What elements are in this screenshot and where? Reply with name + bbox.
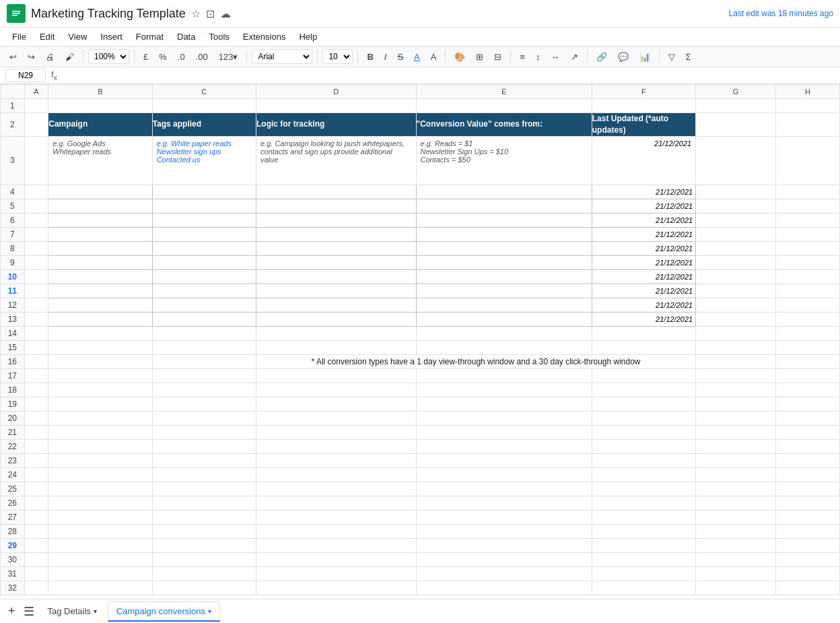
cell-g11[interactable] bbox=[696, 284, 776, 298]
paint-format-button[interactable]: 🖌 bbox=[61, 50, 78, 64]
cell-a2[interactable] bbox=[24, 113, 48, 137]
cell-e15[interactable] bbox=[416, 340, 592, 354]
redo-button[interactable]: ↪ bbox=[24, 50, 39, 64]
valign-button[interactable]: ↕ bbox=[532, 50, 545, 64]
col-a-header[interactable]: A bbox=[24, 85, 48, 99]
cell-h7[interactable] bbox=[775, 227, 839, 241]
cell-e8[interactable] bbox=[416, 241, 592, 255]
sheet-area[interactable]: A B C D E F G H 1 bbox=[0, 84, 840, 599]
cell-h3[interactable] bbox=[775, 136, 839, 185]
cell-h5[interactable] bbox=[775, 199, 839, 213]
cell-b13[interactable] bbox=[48, 312, 152, 326]
cell-d5[interactable] bbox=[256, 199, 417, 213]
cell-b11[interactable] bbox=[48, 284, 152, 298]
format-number-button[interactable]: 123▾ bbox=[215, 50, 242, 64]
cell-d9[interactable] bbox=[256, 255, 417, 269]
text-color-button[interactable]: A bbox=[427, 50, 441, 64]
cell-c9[interactable] bbox=[152, 255, 256, 269]
cell-c13[interactable] bbox=[152, 312, 256, 326]
cell-h14[interactable] bbox=[775, 326, 839, 340]
cell-f14[interactable] bbox=[592, 326, 695, 340]
cell-b7[interactable] bbox=[48, 227, 152, 241]
strikethrough-button[interactable]: S bbox=[393, 50, 407, 64]
cell-a12[interactable] bbox=[24, 298, 48, 312]
cell-g4[interactable] bbox=[696, 185, 776, 199]
cell-c8[interactable] bbox=[152, 241, 256, 255]
cell-b3-example[interactable]: e.g. Google AdsWhitepaper reads bbox=[48, 136, 152, 185]
cell-e12[interactable] bbox=[416, 298, 592, 312]
cell-c2-header[interactable]: Tags applied bbox=[152, 113, 256, 137]
col-c-header[interactable]: C bbox=[152, 85, 256, 99]
decimal-increase-button[interactable]: .00 bbox=[192, 50, 212, 64]
function-button[interactable]: Σ bbox=[682, 50, 695, 64]
cell-g8[interactable] bbox=[696, 241, 776, 255]
cell-g13[interactable] bbox=[696, 312, 776, 326]
cell-d7[interactable] bbox=[256, 227, 417, 241]
cell-d11[interactable] bbox=[256, 284, 417, 298]
cell-c15[interactable] bbox=[152, 340, 256, 354]
menu-format[interactable]: Format bbox=[131, 29, 169, 44]
cell-d3-example[interactable]: e.g. Campaign looking to push whitepaper… bbox=[256, 136, 417, 185]
undo-button[interactable]: ↩ bbox=[5, 50, 21, 64]
menu-file[interactable]: File bbox=[7, 29, 32, 44]
cloud-icon[interactable]: ☁ bbox=[220, 7, 231, 20]
cell-h4[interactable] bbox=[775, 185, 839, 199]
merge-button[interactable]: ⊟ bbox=[490, 50, 505, 64]
cell-b2-header[interactable]: Campaign bbox=[48, 113, 152, 137]
borders-button[interactable]: ⊞ bbox=[472, 50, 487, 64]
cell-c16[interactable] bbox=[152, 354, 256, 368]
cell-h9[interactable] bbox=[775, 255, 839, 269]
filter-button[interactable]: ▽ bbox=[664, 50, 679, 64]
cell-b14[interactable] bbox=[48, 326, 152, 340]
cell-a13[interactable] bbox=[24, 312, 48, 326]
cell-e5[interactable] bbox=[416, 199, 592, 213]
cell-f6-date[interactable]: 21/12/2021 bbox=[592, 213, 695, 227]
cell-f11-date[interactable]: 21/12/2021 bbox=[592, 284, 695, 298]
cell-e9[interactable] bbox=[416, 255, 592, 269]
tab-tag-details[interactable]: Tag Details ▾ bbox=[40, 602, 105, 620]
cell-b8[interactable] bbox=[48, 241, 152, 255]
cell-e10[interactable] bbox=[416, 269, 592, 284]
cell-h12[interactable] bbox=[775, 298, 839, 312]
currency-button[interactable]: £ bbox=[139, 50, 152, 64]
star-icon[interactable]: ☆ bbox=[191, 7, 201, 20]
tab-campaign-conversions-dropdown-icon[interactable]: ▾ bbox=[208, 608, 211, 615]
cell-g7[interactable] bbox=[696, 227, 776, 241]
menu-tools[interactable]: Tools bbox=[203, 29, 234, 44]
cell-b9[interactable] bbox=[48, 255, 152, 269]
cell-a14[interactable] bbox=[24, 326, 48, 340]
cell-h6[interactable] bbox=[775, 213, 839, 227]
italic-button[interactable]: I bbox=[380, 50, 391, 64]
cell-a16[interactable] bbox=[24, 354, 48, 368]
sheet-list-button[interactable]: ☰ bbox=[21, 603, 37, 620]
menu-edit[interactable]: Edit bbox=[34, 29, 60, 44]
cell-f13-date[interactable]: 21/12/2021 bbox=[592, 312, 695, 326]
cell-e4[interactable] bbox=[416, 185, 592, 199]
cell-f2-header[interactable]: Last Updated (*auto updates) bbox=[592, 113, 695, 137]
add-sheet-button[interactable]: + bbox=[5, 603, 18, 620]
cell-g3[interactable] bbox=[696, 136, 776, 185]
cell-a7[interactable] bbox=[24, 227, 48, 241]
cell-a3[interactable] bbox=[24, 136, 48, 185]
cell-f4-date[interactable]: 21/12/2021 bbox=[592, 185, 695, 199]
cell-g5[interactable] bbox=[696, 199, 776, 213]
cell-c1[interactable] bbox=[152, 99, 256, 113]
cell-b16[interactable] bbox=[48, 354, 152, 368]
menu-view[interactable]: View bbox=[63, 29, 92, 44]
decimal-decrease-button[interactable]: .0 bbox=[174, 50, 189, 64]
cell-e6[interactable] bbox=[416, 213, 592, 227]
cell-c12[interactable] bbox=[152, 298, 256, 312]
cell-b1[interactable] bbox=[48, 99, 152, 113]
cell-e7[interactable] bbox=[416, 227, 592, 241]
cell-g12[interactable] bbox=[696, 298, 776, 312]
cell-c14[interactable] bbox=[152, 326, 256, 340]
chart-button[interactable]: 📊 bbox=[635, 50, 654, 64]
cell-d14[interactable] bbox=[256, 326, 417, 340]
folder-icon[interactable]: ⊡ bbox=[206, 7, 215, 20]
cell-h13[interactable] bbox=[775, 312, 839, 326]
cell-a4[interactable] bbox=[24, 185, 48, 199]
cell-f5-date[interactable]: 21/12/2021 bbox=[592, 199, 695, 213]
cell-d15[interactable] bbox=[256, 340, 417, 354]
cell-c3-example[interactable]: e.g. White paper readsNewsletter sign up… bbox=[152, 136, 256, 185]
cell-c10[interactable] bbox=[152, 269, 256, 284]
